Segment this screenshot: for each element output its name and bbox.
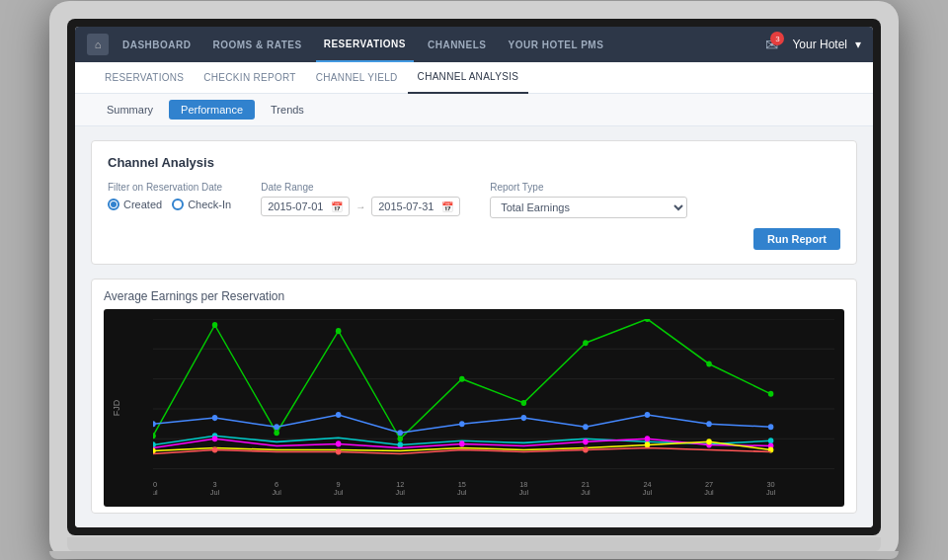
card-title: Channel Analysis xyxy=(108,155,840,170)
svg-point-45 xyxy=(153,421,156,427)
nav-reservations[interactable]: Reservations xyxy=(316,27,414,62)
laptop-base xyxy=(49,551,899,559)
arrow-icon: → xyxy=(356,201,365,212)
top-navigation: ⌂ Dashboard Rooms & Rates Reservations C… xyxy=(75,27,873,62)
svg-point-46 xyxy=(212,415,218,421)
svg-text:Jul: Jul xyxy=(643,488,653,497)
tab-performance[interactable]: Performance xyxy=(169,100,255,120)
svg-point-40 xyxy=(521,400,527,406)
date-range-label: Date Range xyxy=(261,182,460,193)
run-report-row: Run Report xyxy=(108,228,840,250)
subnav-channel-yield[interactable]: Channel Yield xyxy=(306,62,408,94)
svg-point-58 xyxy=(397,441,403,447)
svg-point-42 xyxy=(645,319,651,322)
chart-title: Average Earnings per Reservation xyxy=(104,289,844,303)
svg-point-72 xyxy=(212,446,218,452)
svg-point-47 xyxy=(274,424,279,430)
nav-channels[interactable]: Channels xyxy=(420,27,495,62)
radio-group: Created Check-In xyxy=(108,199,231,210)
svg-text:Jul: Jul xyxy=(704,488,714,497)
filter-label: Filter on Reservation Date xyxy=(108,182,231,193)
hotel-name: Your Hotel xyxy=(792,38,847,51)
calendar-icon-2: 📅 xyxy=(441,201,453,212)
svg-point-51 xyxy=(521,415,527,421)
svg-point-35 xyxy=(212,322,218,328)
svg-point-34 xyxy=(153,433,156,439)
svg-point-63 xyxy=(459,440,465,446)
radio-created-dot xyxy=(108,199,119,210)
report-type-select[interactable]: Total EarningsAverage EarningsBooking Co… xyxy=(490,197,687,218)
svg-point-53 xyxy=(645,412,651,418)
svg-text:Jul: Jul xyxy=(210,488,220,497)
svg-point-48 xyxy=(336,412,342,418)
tab-summary[interactable]: Summary xyxy=(95,100,165,120)
date-range-inputs: 2015-07-01 📅 → 2015-07-31 📅 xyxy=(261,197,460,216)
subnav-reservations[interactable]: Reservations xyxy=(95,62,194,94)
svg-text:Jul: Jul xyxy=(457,488,467,497)
svg-text:Jul: Jul xyxy=(581,488,591,497)
subnav-checkin-report[interactable]: Checkin Report xyxy=(194,62,305,94)
radio-created[interactable]: Created xyxy=(108,199,162,210)
svg-text:Jul: Jul xyxy=(396,488,406,497)
svg-point-61 xyxy=(212,436,218,441)
date-from-input[interactable]: 2015-07-01 📅 xyxy=(261,197,350,216)
radio-checkin[interactable]: Check-In xyxy=(172,199,231,210)
svg-text:Jul: Jul xyxy=(766,488,776,497)
user-menu[interactable]: ✉ 3 Your Hotel ▾ xyxy=(765,36,861,54)
svg-point-62 xyxy=(336,440,342,446)
radio-checkin-dot xyxy=(172,199,184,210)
filter-form-row: Filter on Reservation Date Created Check… xyxy=(108,182,840,218)
notification-badge: 3 xyxy=(770,32,784,45)
svg-point-70 xyxy=(706,439,712,444)
calendar-icon: 📅 xyxy=(331,201,343,212)
main-content: Channel Analysis Filter on Reservation D… xyxy=(75,126,873,527)
sub-navigation: Reservations Checkin Report Channel Yiel… xyxy=(75,62,873,94)
nav-hotel-pms[interactable]: Your Hotel PMS xyxy=(501,27,612,62)
svg-point-41 xyxy=(583,340,589,346)
svg-point-43 xyxy=(706,360,712,366)
svg-point-50 xyxy=(459,421,465,427)
svg-point-55 xyxy=(768,424,774,430)
chart-card: Average Earnings per Reservation FJD xyxy=(91,279,857,514)
chart-container: FJD 50K 40K 30K xyxy=(104,309,844,507)
report-type-label: Report Type xyxy=(490,182,687,193)
filter-group: Filter on Reservation Date Created Check… xyxy=(108,182,231,210)
svg-point-44 xyxy=(768,391,774,397)
svg-point-74 xyxy=(583,446,589,452)
svg-text:Jul: Jul xyxy=(334,488,344,497)
svg-text:Jul: Jul xyxy=(272,488,281,497)
chevron-down-icon: ▾ xyxy=(855,38,861,51)
nav-rooms-rates[interactable]: Rooms & Rates xyxy=(205,27,310,62)
svg-point-37 xyxy=(336,328,342,334)
svg-point-64 xyxy=(583,439,589,444)
svg-text:Jul: Jul xyxy=(519,488,529,497)
y-axis-label: FJD xyxy=(112,400,121,417)
svg-point-73 xyxy=(336,448,342,454)
tab-trends[interactable]: Trends xyxy=(259,100,316,120)
svg-text:Jul: Jul xyxy=(153,488,158,497)
tab-bar: Summary Performance Trends xyxy=(75,94,873,126)
home-icon[interactable]: ⌂ xyxy=(87,34,109,55)
nav-left: ⌂ Dashboard Rooms & Rates Reservations C… xyxy=(87,27,611,62)
svg-point-52 xyxy=(583,424,589,430)
report-type-group: Report Type Total EarningsAverage Earnin… xyxy=(490,182,687,218)
svg-point-49 xyxy=(397,430,403,436)
svg-point-69 xyxy=(645,441,651,447)
svg-point-39 xyxy=(459,376,465,382)
svg-point-38 xyxy=(397,436,403,441)
subnav-channel-analysis[interactable]: Channel Analysis xyxy=(408,62,529,94)
svg-point-54 xyxy=(706,421,712,427)
run-report-button[interactable]: Run Report xyxy=(753,228,840,250)
nav-dashboard[interactable]: Dashboard xyxy=(115,27,199,62)
laptop-bottom xyxy=(67,537,881,551)
svg-point-36 xyxy=(274,430,279,436)
date-to-input[interactable]: 2015-07-31 📅 xyxy=(371,197,460,216)
svg-point-65 xyxy=(645,436,651,441)
date-range-group: Date Range 2015-07-01 📅 → 2015-07-31 📅 xyxy=(261,182,460,216)
chart-svg: 50K 40K 30K 20K 10K 0K 30 Jul 3 Jul 6 xyxy=(153,319,834,499)
channel-analysis-card: Channel Analysis Filter on Reservation D… xyxy=(91,140,857,265)
